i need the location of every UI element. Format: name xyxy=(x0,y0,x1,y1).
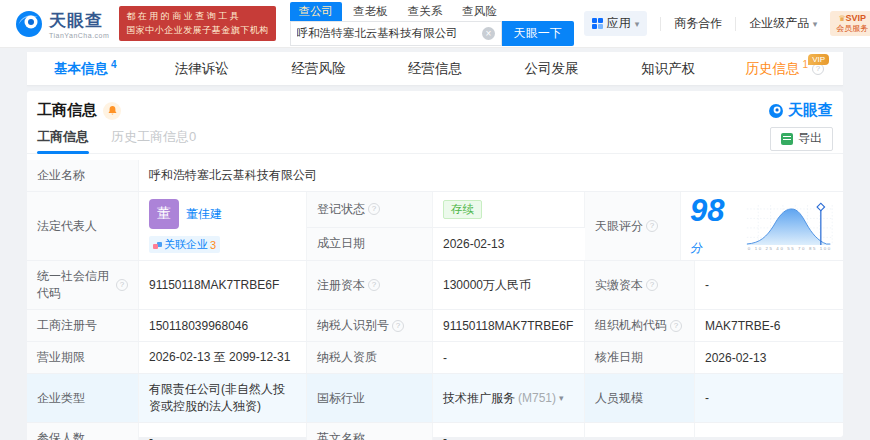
industry-label: 国标行业 xyxy=(307,374,433,422)
paid-capital-value: - xyxy=(695,261,843,309)
table-row: 营业期限 2026-02-13 至 2099-12-31 纳税人资质 - 核准日… xyxy=(27,342,843,374)
logo-title: 天眼查 xyxy=(49,9,109,32)
info-icon[interactable]: ? xyxy=(392,320,404,332)
business-term-value: 2026-02-13 至 2099-12-31 xyxy=(139,342,307,373)
graph-icon xyxy=(153,242,162,247)
business-info-card: 工商信息 天眼查 工商信息 历史工商信息0 xyxy=(27,91,843,437)
english-name-value: - xyxy=(433,423,585,440)
info-icon[interactable]: ? xyxy=(646,279,658,291)
table-row: 企业名称 呼和浩特塞北云基科技有限公司 xyxy=(27,160,843,192)
table-row: 法定代表人 董 董佳建 关联企业 3 登记状态 ? xyxy=(27,192,843,261)
org-code-value: MAK7TRBE-6 xyxy=(695,310,843,341)
divider xyxy=(735,17,736,31)
divider xyxy=(660,17,661,31)
header-search: 查公司 查老板 查关系 查风险 × 天眼一下 xyxy=(290,2,574,46)
excel-icon xyxy=(781,133,793,145)
subscribe-bell-icon[interactable] xyxy=(103,102,121,120)
paid-capital-label: 实缴资本? xyxy=(585,261,695,309)
taxpayer-id-value: 91150118MAK7TRBE6F xyxy=(433,310,585,341)
legal-rep-name-link[interactable]: 董佳建 xyxy=(186,206,222,223)
establish-date-label: 成立日期 xyxy=(307,228,433,261)
table-row: 工商注册号 150118039968046 纳税人识别号? 91150118MA… xyxy=(27,310,843,342)
company-type-label: 企业类型 xyxy=(27,374,139,422)
related-companies-badge[interactable]: 关联企业 3 xyxy=(149,236,220,253)
tianyancha-eye-icon xyxy=(14,9,44,39)
tab-operation-risk[interactable]: 经营风险 xyxy=(260,52,377,85)
apps-label: 应用 xyxy=(607,15,631,32)
search-type-tabs: 查公司 查老板 查关系 查风险 xyxy=(290,2,574,21)
tab-history-info[interactable]: 历史信息1 ? VIP xyxy=(726,52,843,85)
logo-subtitle: TianYanCha.com xyxy=(49,32,109,39)
reg-number-value: 150118039968046 xyxy=(139,310,307,341)
subtab-history-info[interactable]: 历史工商信息0 xyxy=(111,124,196,154)
credit-code-label: 统一社会信用代码? xyxy=(27,261,139,309)
score-distribution-chart: 0 10 25 40 55 70 85 100 xyxy=(745,200,835,252)
status-badge: 存续 xyxy=(443,200,482,219)
taxpayer-id-label: 纳税人识别号? xyxy=(307,310,433,341)
score-axis-labels: 0 10 25 40 55 70 85 100 xyxy=(748,246,831,251)
info-icon[interactable]: ? xyxy=(646,220,658,232)
staff-size-label: 人员规模 xyxy=(585,374,695,422)
search-button[interactable]: 天眼一下 xyxy=(502,21,574,46)
enterprise-products-menu[interactable]: 企业级产品 ▾ xyxy=(749,15,817,32)
business-info-table: 企业名称 呼和浩特塞北云基科技有限公司 法定代表人 董 董佳建 关联企业 3 xyxy=(27,160,843,440)
avatar[interactable]: 董 xyxy=(149,199,179,229)
insured-count-value: - xyxy=(139,423,307,440)
top-header: 天眼查 TianYanCha.com 都在用的商业查询工具 国家中小企业发展子基… xyxy=(0,0,870,48)
search-tab-boss[interactable]: 查老板 xyxy=(344,2,397,21)
company-section-tabs: 基本信息4 法律诉讼 经营风险 经营信息 公司发展 知识产权 历史信息1 ? V… xyxy=(27,52,843,86)
info-icon[interactable]: ? xyxy=(670,320,682,332)
score-label: 天眼评分 ? xyxy=(585,192,681,260)
promo-badge: 都在用的商业查询工具 国家中小企业发展子基金旗下机构 xyxy=(119,6,276,40)
chevron-down-icon: ▾ xyxy=(813,19,818,29)
chevron-down-icon[interactable]: ▾ xyxy=(559,393,564,403)
apps-grid-icon xyxy=(592,18,603,29)
english-name-label: 英文名称 xyxy=(307,423,433,440)
search-tab-relation[interactable]: 查关系 xyxy=(399,2,452,21)
empty-cell xyxy=(585,423,695,440)
establish-date-value: 2026-02-13 xyxy=(433,228,585,261)
credit-code-value: 91150118MAK7TRBE6F xyxy=(139,261,307,309)
company-name-value: 呼和浩特塞北云基科技有限公司 xyxy=(139,160,843,191)
business-cooperation-link[interactable]: 商务合作 xyxy=(674,15,722,32)
taxpayer-quality-value: - xyxy=(433,342,585,373)
export-button[interactable]: 导出 xyxy=(770,127,833,151)
reg-status-label: 登记状态 ? xyxy=(307,192,433,228)
tab-operation-info[interactable]: 经营信息 xyxy=(377,52,494,85)
info-icon[interactable]: ? xyxy=(368,279,380,291)
approval-date-label: 核准日期 xyxy=(585,342,695,373)
chevron-down-icon: ▾ xyxy=(635,19,640,29)
search-input[interactable] xyxy=(297,27,482,39)
table-row: 统一社会信用代码? 91150118MAK7TRBE6F 注册资本? 13000… xyxy=(27,261,843,310)
tianyan-score: 98分 xyxy=(689,195,735,257)
svip-member-badge[interactable]: ♛SVIP 会员服务 xyxy=(830,11,870,36)
clear-search-icon[interactable]: × xyxy=(482,27,495,40)
registered-capital-value: 130000万人民币 xyxy=(433,261,585,309)
search-tab-company[interactable]: 查公司 xyxy=(290,2,343,21)
crown-icon: ♛ xyxy=(838,14,845,23)
org-code-label: 组织机构代码? xyxy=(585,310,695,341)
tab-basic-info[interactable]: 基本信息4 xyxy=(27,52,144,85)
tab-intellectual-property[interactable]: 知识产权 xyxy=(610,52,727,85)
tianyancha-logo[interactable]: 天眼查 TianYanCha.com xyxy=(14,9,109,39)
info-icon[interactable]: ? xyxy=(368,203,380,215)
vip-tag: VIP xyxy=(808,54,829,65)
legal-rep-label: 法定代表人 xyxy=(27,192,139,260)
tab-legal-proceedings[interactable]: 法律诉讼 xyxy=(144,52,261,85)
empty-cell xyxy=(695,423,843,440)
approval-date-value: 2026-02-13 xyxy=(695,342,843,373)
apps-menu[interactable]: 应用 ▾ xyxy=(584,11,648,36)
header-right-nav: 应用 ▾ 商务合作 企业级产品 ▾ ♛SVIP 会员服务 此处有... ▾ xyxy=(584,11,870,36)
search-tab-risk[interactable]: 查风险 xyxy=(453,2,506,21)
search-box[interactable]: × xyxy=(290,21,502,46)
promo-line2: 国家中小企业发展子基金旗下机构 xyxy=(126,24,269,37)
tab-company-development[interactable]: 公司发展 xyxy=(493,52,610,85)
promo-line1: 都在用的商业查询工具 xyxy=(126,10,269,23)
table-row: 参保人数 - 英文名称 - xyxy=(27,423,843,440)
staff-size-value: - xyxy=(695,374,843,422)
insured-count-label: 参保人数 xyxy=(27,423,139,440)
company-type-value: 有限责任公司(非自然人投资或控股的法人独资) xyxy=(139,374,307,422)
subtab-current-info[interactable]: 工商信息 xyxy=(37,124,89,154)
info-icon[interactable]: ? xyxy=(116,279,128,291)
registered-capital-label: 注册资本? xyxy=(307,261,433,309)
